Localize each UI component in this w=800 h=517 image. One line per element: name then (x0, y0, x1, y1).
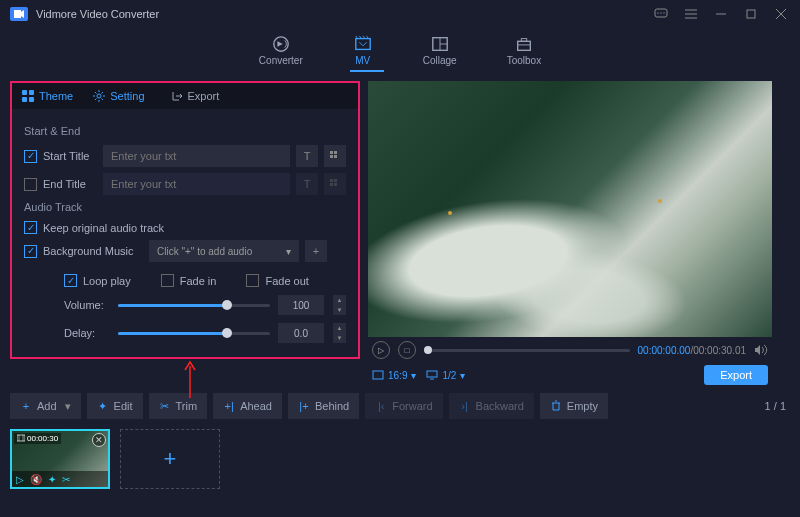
delay-value[interactable]: 0.0 (278, 323, 324, 343)
svg-point-1 (657, 12, 658, 13)
seek-bar[interactable] (424, 349, 630, 352)
keep-audio-label: Keep original audio track (43, 222, 164, 234)
nav-collage[interactable]: Collage (423, 35, 457, 66)
time-display: 00:00:00.00/00:00:30.01 (638, 345, 746, 356)
close-button[interactable] (772, 5, 790, 23)
volume-slider[interactable] (118, 298, 270, 312)
volume-label: Volume: (64, 299, 110, 311)
end-title-grid-button[interactable] (324, 173, 346, 195)
play-button[interactable]: ▷ (372, 341, 390, 359)
svg-point-23 (97, 94, 101, 98)
clip-duration: 00:00:30 (27, 434, 58, 443)
start-title-label: Start Title (43, 150, 97, 162)
top-nav: Converter MV Collage Toolbox (0, 28, 800, 73)
trim-button[interactable]: ✂Trim (149, 393, 208, 419)
tab-theme[interactable]: Theme (12, 83, 83, 109)
empty-button[interactable]: Empty (540, 393, 608, 419)
volume-icon[interactable] (754, 344, 768, 356)
svg-point-2 (660, 12, 661, 13)
svg-rect-8 (747, 10, 755, 18)
chevron-down-icon: ▾ (286, 246, 291, 257)
settings-panel: Start & End Start Title T End Title T Au… (10, 109, 360, 359)
add-audio-button[interactable]: + (305, 240, 327, 262)
svg-rect-33 (427, 371, 437, 377)
svg-rect-12 (356, 39, 370, 50)
scale-dropdown[interactable]: 1/2▾ (426, 370, 465, 381)
feedback-icon[interactable] (652, 5, 670, 23)
edit-button[interactable]: ✦Edit (87, 393, 143, 419)
clip-trim-icon[interactable]: ✂ (62, 474, 70, 485)
svg-rect-29 (334, 179, 337, 182)
clip-remove-button[interactable]: ✕ (92, 433, 106, 447)
svg-rect-20 (29, 90, 34, 95)
volume-value[interactable]: 100 (278, 295, 324, 315)
monitor-icon (426, 370, 438, 380)
add-clip-button[interactable]: + (120, 429, 220, 489)
volume-stepper[interactable]: ▲▼ (332, 295, 346, 315)
loop-checkbox[interactable] (64, 274, 77, 287)
svg-rect-32 (373, 371, 383, 379)
tab-setting[interactable]: Setting (83, 83, 154, 109)
end-title-checkbox[interactable] (24, 178, 37, 191)
nav-active-indicator (350, 70, 384, 72)
bg-music-checkbox[interactable] (24, 245, 37, 258)
svg-rect-21 (22, 97, 27, 102)
svg-rect-31 (334, 183, 337, 186)
behind-button[interactable]: |+Behind (288, 393, 359, 419)
delay-slider[interactable] (118, 326, 270, 340)
svg-rect-26 (330, 155, 333, 158)
bg-music-label: Background Music (43, 245, 143, 257)
svg-rect-24 (330, 151, 333, 154)
nav-mv[interactable]: MV (353, 35, 373, 66)
nav-converter[interactable]: Converter (259, 35, 303, 66)
start-title-font-button[interactable]: T (296, 145, 318, 167)
clip-toolbar: +Add▾ ✦Edit ✂Trim +|Ahead |+Behind |‹For… (0, 385, 800, 419)
bg-music-dropdown[interactable]: Click "+" to add audio ▾ (149, 240, 299, 262)
backward-button[interactable]: ›|Backward (449, 393, 534, 419)
clip-mute-icon[interactable]: 🔇 (30, 474, 42, 485)
fadein-checkbox[interactable] (161, 274, 174, 287)
start-title-checkbox[interactable] (24, 150, 37, 163)
fadeout-checkbox[interactable] (246, 274, 259, 287)
end-title-label: End Title (43, 178, 97, 190)
clip-star-icon[interactable]: ✦ (48, 474, 56, 485)
tab-export[interactable]: Export (161, 83, 230, 109)
end-title-input[interactable] (103, 173, 290, 195)
delay-label: Delay: (64, 327, 110, 339)
keep-audio-checkbox[interactable] (24, 221, 37, 234)
stop-button[interactable]: □ (398, 341, 416, 359)
delay-stepper[interactable]: ▲▼ (332, 323, 346, 343)
add-button[interactable]: +Add▾ (10, 393, 81, 419)
svg-rect-27 (334, 155, 337, 158)
ahead-button[interactable]: +|Ahead (213, 393, 282, 419)
video-preview (368, 81, 772, 337)
titlebar: Vidmore Video Converter (0, 0, 800, 28)
svg-rect-17 (521, 39, 526, 42)
aspect-dropdown[interactable]: 16:9▾ (372, 370, 416, 381)
svg-rect-30 (330, 183, 333, 186)
section-audio-track: Audio Track (24, 201, 346, 213)
app-title: Vidmore Video Converter (36, 8, 159, 20)
end-title-font-button[interactable]: T (296, 173, 318, 195)
svg-rect-25 (334, 151, 337, 154)
film-icon (17, 434, 25, 442)
export-button[interactable]: Export (704, 365, 768, 385)
start-title-input[interactable] (103, 145, 290, 167)
minimize-button[interactable] (712, 5, 730, 23)
svg-rect-36 (17, 435, 25, 441)
svg-rect-28 (330, 179, 333, 182)
svg-rect-16 (518, 41, 531, 50)
svg-point-3 (663, 12, 664, 13)
section-start-end: Start & End (24, 125, 346, 137)
forward-button[interactable]: |‹Forward (365, 393, 442, 419)
start-title-grid-button[interactable] (324, 145, 346, 167)
svg-rect-22 (29, 97, 34, 102)
menu-icon[interactable] (682, 5, 700, 23)
page-indicator: 1 / 1 (765, 400, 790, 412)
clip-thumbnail[interactable]: 00:00:30 ✕ ▷ 🔇 ✦ ✂ (10, 429, 110, 489)
nav-toolbox[interactable]: Toolbox (507, 35, 541, 66)
maximize-button[interactable] (742, 5, 760, 23)
svg-rect-19 (22, 90, 27, 95)
settings-tabbar: Theme Setting Export (10, 81, 360, 109)
clip-play-icon[interactable]: ▷ (16, 474, 24, 485)
